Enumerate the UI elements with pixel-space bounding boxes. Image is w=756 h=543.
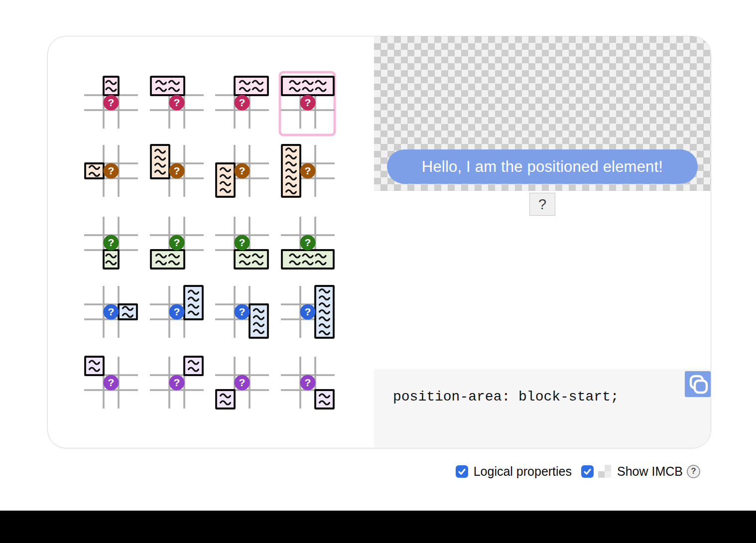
tool-card: ? ? ? ? ? ? ? ? ? ? ? — [47, 36, 711, 448]
positioned-element-pill: Hello, I am the positioned element! — [387, 149, 698, 184]
position-area-option-block-start-span-all[interactable]: ? — [275, 71, 341, 139]
copy-icon — [685, 391, 711, 399]
positioned-box — [104, 77, 119, 95]
anchor-question-glyph: ? — [108, 377, 115, 388]
positioned-element-text: Hello, I am the positioned element! — [422, 158, 663, 176]
position-area-option-block-end-span-all[interactable]: ? — [275, 211, 341, 279]
positioned-box — [235, 77, 268, 95]
position-area-option-inline-end-span-all[interactable]: ? — [275, 280, 341, 349]
positioned-box — [282, 77, 334, 95]
anchor-question-glyph: ? — [305, 377, 311, 388]
position-area-option-inline-start-span-block-start[interactable]: ? — [144, 139, 210, 208]
anchor-label: ? — [538, 196, 546, 213]
position-area-option-block-end-span-inline-end[interactable]: ? — [209, 211, 275, 279]
positioned-box — [151, 77, 184, 95]
position-area-option-block-start-inline-end[interactable]: ? — [144, 351, 210, 419]
anchor-question-glyph: ? — [305, 237, 311, 248]
position-area-option-block-end-span-inline-start[interactable]: ? — [144, 211, 210, 279]
copy-code-button[interactable] — [685, 371, 711, 397]
position-area-option-inline-end-span-block-start[interactable]: ? — [144, 280, 210, 349]
position-area-option-block-start[interactable]: ? — [78, 71, 144, 139]
anchor-question-glyph: ? — [174, 306, 180, 317]
positioned-box — [216, 390, 235, 408]
anchor-question-glyph: ? — [305, 97, 311, 108]
position-area-option-block-end-inline-end[interactable]: ? — [275, 351, 341, 419]
position-area-tool: ? ? ? ? ? ? ? ? ? ? ? — [0, 0, 756, 543]
show-imcb-label: Show IMCB — [617, 464, 683, 479]
positioned-box — [85, 357, 104, 375]
anchor-question-glyph: ? — [108, 97, 115, 108]
positioned-box — [85, 163, 104, 178]
imcb-checkerboard-icon — [598, 465, 611, 478]
logical-properties-checkbox[interactable] — [456, 465, 468, 478]
anchor-question-glyph: ? — [108, 306, 115, 317]
anchor-question-glyph: ? — [174, 377, 180, 388]
positioned-box — [315, 390, 334, 408]
anchor-question-glyph: ? — [174, 237, 180, 248]
anchor-question-glyph: ? — [305, 165, 311, 176]
anchor-question-glyph: ? — [239, 306, 246, 317]
css-code-panel: position-area: block-start; — [374, 369, 711, 448]
position-area-option-inline-end-span-block-end[interactable]: ? — [209, 280, 275, 349]
positioned-box — [282, 250, 334, 269]
anchor-question-glyph: ? — [174, 97, 180, 108]
position-area-option-inline-start-span-block-end[interactable]: ? — [209, 139, 275, 208]
positioned-box — [104, 250, 119, 269]
options-bar: Logical properties Show IMCB ? — [456, 461, 700, 481]
position-area-option-block-start-inline-start[interactable]: ? — [78, 351, 144, 419]
anchor-question-glyph: ? — [239, 377, 246, 388]
position-area-option-block-start-span-inline-start[interactable]: ? — [144, 71, 210, 139]
checkmark-icon — [457, 467, 467, 476]
logical-properties-label: Logical properties — [474, 464, 572, 479]
positioned-box — [151, 250, 184, 269]
css-declaration: position-area: block-start; — [393, 389, 711, 405]
positioned-box — [119, 304, 137, 319]
position-area-option-inline-start-span-all[interactable]: ? — [275, 139, 341, 208]
checkmark-icon — [583, 467, 592, 476]
anchor-question-glyph: ? — [174, 165, 180, 176]
positioned-box — [184, 357, 203, 375]
imcb-help-icon[interactable]: ? — [687, 465, 700, 478]
position-area-option-grid: ? ? ? ? ? ? ? ? ? ? ? — [48, 36, 421, 448]
anchor-element[interactable]: ? — [529, 193, 555, 216]
letterbox-bar — [0, 511, 756, 543]
anchor-question-glyph: ? — [305, 306, 311, 317]
anchor-question-glyph: ? — [108, 237, 115, 248]
position-area-option-inline-end[interactable]: ? — [78, 280, 144, 349]
anchor-question-glyph: ? — [239, 97, 246, 108]
position-area-option-block-start-span-inline-end[interactable]: ? — [209, 71, 275, 139]
show-imcb-checkbox[interactable] — [581, 465, 594, 478]
position-area-option-block-end[interactable]: ? — [78, 211, 144, 279]
position-area-option-block-end-inline-start[interactable]: ? — [209, 351, 275, 419]
position-area-option-inline-start[interactable]: ? — [78, 139, 144, 208]
anchor-question-glyph: ? — [239, 165, 246, 176]
positioned-box — [235, 250, 268, 269]
anchor-question-glyph: ? — [108, 165, 115, 176]
anchor-question-glyph: ? — [239, 237, 246, 248]
